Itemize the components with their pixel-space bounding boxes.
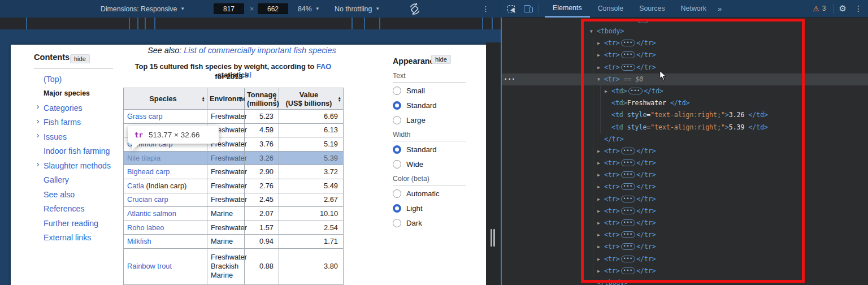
tree-node-td[interactable]: <td style="text-align:right;">5.39 </td> [502,122,868,133]
collapse-arrow-icon[interactable]: ▶ [597,37,604,49]
tab-console[interactable]: Console [590,0,631,18]
radio-option-standard[interactable]: Standard [393,98,478,113]
tree-node-tbody[interactable]: </tbody> [502,277,868,285]
expand-arrow-icon[interactable]: ▼ [597,74,604,85]
tree-node-td[interactable]: ▶<td>•••</td> [502,85,868,97]
viewport-width-input[interactable] [214,3,244,14]
chevron-right-icon[interactable]: › [34,101,42,111]
tree-node-tr[interactable]: ▶<tr>•••</tr> [502,229,868,241]
tree-node-tr[interactable]: ▶<tr>•••</tr> [502,157,868,169]
tree-node-tr[interactable]: ▶<tr>•••</tr> [502,193,868,205]
tree-node-tr[interactable]: ▶<tr>•••</tr> [502,265,868,277]
collapse-arrow-icon[interactable]: ▶ [597,205,604,217]
sidebar-item--top-[interactable]: (Top) [44,75,62,84]
tree-node-td[interactable]: <td>Freshwater </td> [502,97,868,109]
throttling-dropdown[interactable]: No throttling ▼ [335,0,380,18]
radio-selected-icon[interactable] [393,145,401,154]
tab-sources[interactable]: Sources [631,0,672,18]
ellipsis-pill-icon[interactable]: ••• [621,231,635,238]
species-link[interactable]: Bighead carp [127,167,170,176]
column-header[interactable]: Value (US$ billions)▲▼ [279,88,344,110]
column-header[interactable]: Environment▲▼ [207,88,245,110]
collapse-arrow-icon[interactable]: ▶ [597,253,604,265]
sidebar-item-indoor-fish-farming[interactable]: Indoor fish farming [44,146,110,156]
chevron-right-icon[interactable]: › [34,116,42,126]
devtools-menu-icon[interactable]: ⋮ [854,4,862,13]
species-link[interactable]: Roho labeo [127,223,164,232]
radio-option-small[interactable]: Small [393,83,478,98]
inspect-icon[interactable] [502,5,515,12]
collapse-arrow-icon[interactable]: ▶ [597,157,604,169]
collapse-arrow-icon[interactable]: ▶ [605,85,611,97]
tree-node-tr[interactable]: ▶<tr>•••</tr> [502,181,868,193]
ellipsis-pill-icon[interactable]: ••• [621,243,635,250]
chevron-right-icon[interactable]: › [34,130,42,140]
expand-arrow-icon[interactable]: ▼ [590,25,597,37]
species-link[interactable]: Atlantic salmon [127,209,176,218]
sidebar-item-issues[interactable]: Issues [44,132,67,141]
fao-link[interactable]: FAO [316,62,331,71]
radio-option-automatic[interactable]: Automatic [393,186,478,201]
ellipsis-pill-icon[interactable]: ••• [621,219,635,226]
rotate-icon[interactable] [408,0,422,18]
tree-node-tr[interactable]: ▶<tr>•••</tr> [502,205,868,217]
radio-icon[interactable] [393,87,401,95]
ellipsis-pill-icon[interactable]: ••• [628,88,643,94]
tree-node-tr[interactable]: ▶<tr>•••</tr> [502,169,868,181]
ellipsis-pill-icon[interactable]: ••• [621,51,635,58]
ellipsis-pill-icon[interactable]: ••• [621,267,635,274]
sidebar-item-gallery[interactable]: Gallery [44,175,69,184]
species-link[interactable]: Catla [127,182,144,190]
radio-option-standard[interactable]: Standard [393,142,478,157]
tree-node-tr-selected[interactable]: •••▼<tr> == $0 [502,74,868,85]
ellipsis-pill-icon[interactable]: ••• [621,196,635,202]
collapse-arrow-icon[interactable]: ▶ [597,181,604,193]
collapse-arrow-icon[interactable]: ▶ [597,193,604,205]
radio-option-wide[interactable]: Wide [393,157,478,171]
row-actions-icon[interactable]: ••• [504,74,516,85]
sidebar-item-references[interactable]: References [44,204,85,213]
ellipsis-pill-icon[interactable]: ••• [621,183,635,190]
species-link[interactable]: Milkfish [127,237,151,245]
media-query-strip[interactable] [0,18,502,29]
tab-elements[interactable]: Elements [545,0,590,18]
radio-option-light[interactable]: Light [393,201,478,215]
tree-node-td[interactable]: <td style="text-align:right;">3.26 </td> [502,109,868,121]
viewport-height-input[interactable] [258,3,288,14]
tree-node-tr[interactable]: ▶<tr>•••</tr> [502,37,868,49]
gear-icon[interactable]: ⚙ [839,3,847,14]
sidebar-item-fish-farms[interactable]: Fish farms [44,118,81,127]
collapse-arrow-icon[interactable]: ▶ [597,241,604,253]
tree-node-tr[interactable]: </tr> [502,133,868,145]
ellipsis-pill-icon[interactable]: ••• [621,64,635,71]
tree-node-tr[interactable]: ▶<tr>•••</tr> [502,217,868,229]
tree-node-tr[interactable]: ▶<tr>•••</tr> [502,241,868,253]
device-toolbar-icon[interactable] [515,5,533,12]
reference-link[interactable]: [1] [245,71,251,77]
ellipsis-pill-icon[interactable]: ••• [621,208,635,214]
collapse-arrow-icon[interactable]: ▶ [597,169,604,181]
more-tabs-button[interactable]: » [714,5,725,13]
tree-node-tr[interactable]: ▶<tr>•••</tr> [502,62,868,74]
sidebar-item-categories[interactable]: Categories [44,103,83,113]
zoom-dropdown[interactable]: 84% ▼ [298,0,320,18]
radio-selected-icon[interactable] [393,101,401,110]
collapse-arrow-icon[interactable]: ▶ [597,217,604,229]
see-also-link[interactable]: List of commercially important fish spec… [184,46,336,55]
tree-node-tr[interactable]: ▶<tr>•••</tr> [502,145,868,157]
column-header[interactable]: Species▲▼ [124,88,207,110]
radio-icon[interactable] [393,219,401,227]
radio-icon[interactable] [393,116,401,124]
appearance-hide-button[interactable]: hide [431,55,451,64]
tab-network[interactable]: Network [673,0,714,18]
collapse-arrow-icon[interactable]: ▶ [597,229,604,241]
ellipsis-pill-icon[interactable]: ••• [621,40,635,46]
ellipsis-pill-icon[interactable]: ••• [621,171,635,178]
collapse-arrow-icon[interactable]: ▶ [597,145,604,157]
collapse-arrow-icon[interactable]: ▶ [597,265,604,277]
radio-selected-icon[interactable] [393,204,401,213]
dimensions-dropdown[interactable]: Dimensions: Responsive ▼ [101,0,185,18]
tree-node-tr[interactable]: ▶<tr>•••</tr> [502,253,868,265]
collapse-arrow-icon[interactable]: ▶ [597,62,604,74]
sidebar-item-slaughter-methods[interactable]: Slaughter methods [44,161,111,170]
